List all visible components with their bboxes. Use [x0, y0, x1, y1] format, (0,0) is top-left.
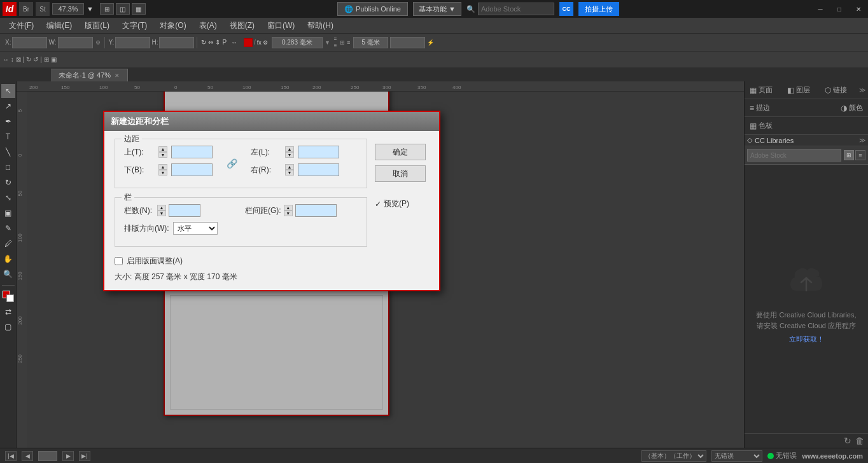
last-page-btn[interactable]: ▶|: [79, 451, 90, 461]
menu-object[interactable]: 对象(O): [153, 19, 192, 32]
rotate-icon[interactable]: ↻: [201, 39, 206, 46]
layers-tab[interactable]: ◧ 图层: [785, 84, 813, 96]
stock-icon[interactable]: St: [36, 2, 50, 16]
pen-tool[interactable]: ✒: [1, 114, 15, 128]
right-spin-up[interactable]: ▲: [285, 164, 294, 170]
swatches-tab[interactable]: ▦ 色板: [747, 120, 775, 132]
menu-edit[interactable]: 编辑(E): [40, 19, 78, 32]
gap-input[interactable]: 5 毫米: [295, 204, 337, 217]
page-number-input[interactable]: 1: [38, 451, 57, 461]
cc-search-input[interactable]: [747, 149, 841, 162]
cc-expand-icon[interactable]: ≫: [859, 137, 865, 144]
cc-list-view[interactable]: ≡: [855, 150, 865, 160]
link-icon[interactable]: 🔗: [225, 157, 238, 170]
color-tab[interactable]: ◑ 颜色: [838, 102, 865, 114]
gap-spinner[interactable]: ▲ ▼: [284, 205, 293, 216]
settings-icon[interactable]: ⚙: [263, 39, 268, 46]
bottom-spin-down[interactable]: ▼: [158, 170, 167, 176]
view-icon-1[interactable]: ⊞: [100, 3, 114, 15]
func-icon[interactable]: fx: [257, 39, 262, 46]
menu-window[interactable]: 窗口(W): [261, 19, 301, 32]
cols-spinner[interactable]: ▲ ▼: [157, 205, 166, 216]
rect-tool[interactable]: □: [1, 160, 15, 174]
adobe-stock-input[interactable]: [478, 3, 554, 15]
gap-spin-down[interactable]: ▼: [284, 211, 293, 216]
left-input[interactable]: 20 毫米: [298, 146, 339, 158]
eyedropper-tool[interactable]: 🖊: [1, 237, 15, 251]
left-spin-down[interactable]: ▼: [285, 152, 294, 158]
top-input[interactable]: 20 毫米: [171, 146, 213, 158]
menu-help[interactable]: 帮助(H): [301, 19, 340, 32]
stroke-tab[interactable]: ≡ 描边: [747, 102, 773, 114]
shear-icon[interactable]: P: [222, 39, 227, 46]
next-page-btn[interactable]: ▶: [62, 451, 74, 461]
dir-select[interactable]: 水平: [173, 222, 218, 235]
note-tool[interactable]: ✎: [1, 221, 15, 235]
fill-color[interactable]: [244, 38, 253, 47]
direct-select-tool[interactable]: ↗: [1, 99, 15, 113]
view-mode-tool[interactable]: ▢: [1, 320, 15, 334]
upload-button[interactable]: 拍摄上传: [578, 2, 619, 16]
error-select[interactable]: 无错误: [711, 450, 762, 462]
top-spin-down[interactable]: ▼: [158, 152, 167, 158]
hand-tool[interactable]: ✋: [1, 252, 15, 266]
cancel-button[interactable]: 取消: [375, 165, 426, 182]
cols-spin-up[interactable]: ▲: [157, 205, 166, 211]
first-page-btn[interactable]: |◀: [5, 451, 17, 461]
zoom-tool[interactable]: 🔍: [1, 267, 15, 281]
stroke-value[interactable]: [272, 37, 323, 48]
text-tool[interactable]: T: [1, 130, 15, 144]
w-input[interactable]: [58, 37, 93, 48]
flip-v-icon[interactable]: ⇕: [215, 39, 220, 46]
workspace-select[interactable]: （基本）（工作）: [641, 450, 706, 462]
cols-spin-down[interactable]: ▼: [157, 211, 166, 216]
panel-options[interactable]: ≫: [859, 86, 865, 93]
restore-button[interactable]: □: [830, 0, 849, 18]
minimize-button[interactable]: ─: [811, 0, 830, 18]
bottom-input[interactable]: 20 毫米: [171, 163, 213, 176]
copy-btn1[interactable]: ≡: [334, 36, 337, 42]
distribute-icon[interactable]: ⊠: [16, 56, 21, 63]
line-tool[interactable]: ╲: [1, 145, 15, 159]
bridge-icon[interactable]: Br: [19, 2, 33, 16]
menu-layout[interactable]: 版面(L): [78, 19, 116, 32]
menu-text[interactable]: 文字(T): [116, 19, 153, 32]
links-tab[interactable]: ⬡ 链接: [822, 84, 850, 96]
tab-close-button[interactable]: ✕: [115, 73, 120, 79]
cols-input[interactable]: 1: [169, 204, 200, 217]
top-spin-up[interactable]: ▲: [158, 146, 167, 152]
right-input[interactable]: 20 毫米: [298, 163, 339, 176]
y-input[interactable]: [115, 37, 150, 48]
left-spin-up[interactable]: ▲: [285, 146, 294, 152]
x-input[interactable]: [12, 37, 47, 48]
menu-view[interactable]: 视图(Z): [223, 19, 261, 32]
left-spinner[interactable]: ▲ ▼: [285, 146, 294, 158]
flip-h-icon[interactable]: ⇔: [208, 39, 213, 46]
h-input[interactable]: [159, 37, 194, 48]
menu-table[interactable]: 表(A): [193, 19, 223, 32]
document-tab[interactable]: 未命名-1 @ 47% ✕: [51, 69, 128, 81]
bottom-spin-up[interactable]: ▲: [158, 164, 167, 170]
confirm-button[interactable]: 确定: [375, 144, 426, 160]
dialog-title-bar[interactable]: 新建边距和分栏: [104, 112, 439, 131]
view-icon-3[interactable]: ▦: [132, 3, 146, 15]
align-btns[interactable]: ⊞ ≡: [340, 39, 350, 46]
publish-online-button[interactable]: 🌐 Publish Online: [337, 2, 408, 16]
adjust-checkbox[interactable]: [115, 257, 123, 265]
copy-btn2[interactable]: ≡: [334, 43, 337, 48]
select-tool[interactable]: ↖: [1, 84, 15, 98]
swap-tool[interactable]: ⇄: [1, 305, 15, 319]
view-icon-2[interactable]: ◫: [116, 3, 130, 15]
right-spin-down[interactable]: ▼: [285, 170, 294, 176]
cc-refresh-icon[interactable]: ↻: [844, 436, 851, 446]
cc-grid-view[interactable]: ⊞: [844, 150, 854, 160]
size-field[interactable]: [353, 37, 388, 48]
scale-tool[interactable]: ⤡: [1, 191, 15, 205]
size-dropdown[interactable]: [390, 37, 425, 48]
top-spinner[interactable]: ▲ ▼: [158, 146, 167, 158]
zoom-input[interactable]: [52, 3, 84, 15]
cc-trash-icon[interactable]: 🗑: [855, 436, 864, 446]
misc-btns[interactable]: ⊞ ▣: [44, 56, 57, 63]
rotate-tool[interactable]: ↻: [1, 176, 15, 190]
workspace-button[interactable]: 基本功能 ▼: [413, 2, 461, 16]
